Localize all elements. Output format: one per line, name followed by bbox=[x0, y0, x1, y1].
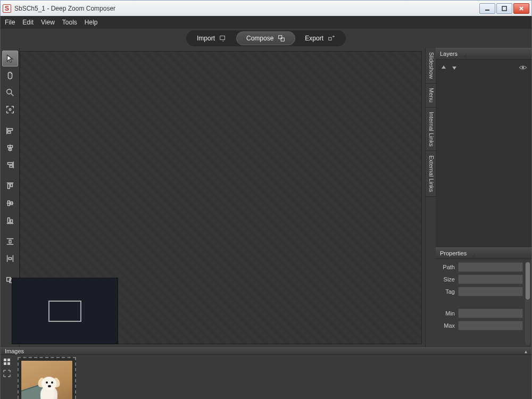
svg-rect-22 bbox=[10, 184, 12, 187]
prop-min-field[interactable] bbox=[458, 309, 523, 318]
prop-max-field[interactable] bbox=[458, 321, 523, 330]
distribute-v-tool[interactable] bbox=[2, 251, 18, 267]
align-right-tool[interactable] bbox=[2, 157, 18, 173]
align-bottom-tool[interactable] bbox=[2, 212, 18, 228]
images-panel-title: Images bbox=[5, 348, 24, 354]
svg-rect-13 bbox=[7, 131, 10, 134]
close-button[interactable] bbox=[513, 3, 529, 14]
images-panel: Images ▴ bbox=[0, 347, 532, 399]
align-center-h-tool[interactable] bbox=[2, 140, 18, 156]
prop-path-field[interactable] bbox=[458, 262, 523, 272]
minimize-button[interactable] bbox=[479, 3, 495, 14]
prop-size-field[interactable] bbox=[458, 275, 523, 284]
layers-panel-body bbox=[436, 60, 531, 247]
align-top-tool[interactable] bbox=[2, 178, 18, 194]
prop-tag-field[interactable] bbox=[458, 287, 523, 296]
tab-internal-links[interactable]: Internal Links bbox=[426, 107, 436, 151]
images-view-fit-icon[interactable] bbox=[3, 370, 11, 377]
prop-max-label: Max bbox=[438, 322, 455, 329]
pan-tool[interactable] bbox=[2, 68, 18, 84]
svg-rect-7 bbox=[329, 37, 331, 40]
svg-rect-38 bbox=[4, 359, 6, 361]
tab-menu[interactable]: Menu bbox=[426, 84, 436, 107]
images-view-grid-icon[interactable] bbox=[3, 358, 11, 365]
layer-move-up-icon[interactable] bbox=[440, 64, 447, 73]
svg-rect-18 bbox=[7, 163, 12, 165]
mode-import[interactable]: Import bbox=[187, 31, 236, 45]
window-title: SbSCh5_1 - Deep Zoom Composer bbox=[14, 5, 115, 12]
minimap[interactable] bbox=[12, 278, 118, 344]
window-titlebar: S SbSCh5_1 - Deep Zoom Composer bbox=[0, 0, 532, 16]
prop-path-label: Path bbox=[438, 264, 455, 270]
menu-tools[interactable]: Tools bbox=[62, 19, 77, 26]
svg-rect-4 bbox=[220, 36, 225, 40]
side-tabs: Slideshow Menu Internal Links External L… bbox=[425, 48, 436, 347]
svg-rect-5 bbox=[279, 36, 282, 39]
svg-rect-1 bbox=[502, 6, 506, 11]
select-tool[interactable] bbox=[2, 51, 18, 66]
mode-import-label: Import bbox=[197, 35, 215, 42]
svg-rect-31 bbox=[9, 240, 11, 243]
canvas-area[interactable] bbox=[20, 48, 425, 347]
distribute-h-tool[interactable] bbox=[2, 234, 18, 250]
svg-rect-34 bbox=[9, 257, 11, 260]
svg-rect-6 bbox=[281, 38, 284, 41]
menu-edit[interactable]: Edit bbox=[22, 19, 34, 26]
tab-slideshow[interactable]: Slideshow bbox=[426, 48, 436, 84]
svg-rect-27 bbox=[7, 218, 10, 223]
images-panel-collapse-icon[interactable]: ▴ bbox=[525, 348, 527, 354]
compose-icon bbox=[278, 35, 285, 42]
menu-file[interactable]: File bbox=[5, 19, 15, 26]
dog-thumbnail-preview bbox=[21, 361, 72, 399]
svg-point-8 bbox=[6, 89, 11, 94]
svg-rect-19 bbox=[10, 165, 12, 168]
svg-rect-41 bbox=[7, 362, 10, 365]
mode-export[interactable]: Export bbox=[295, 31, 345, 45]
prop-min-label: Min bbox=[438, 310, 455, 317]
svg-line-9 bbox=[11, 94, 13, 96]
mode-export-label: Export bbox=[305, 35, 323, 42]
images-strip bbox=[13, 355, 531, 399]
menu-view[interactable]: View bbox=[41, 19, 55, 26]
align-left-tool[interactable] bbox=[2, 123, 18, 139]
right-panels: Layers Pro bbox=[436, 48, 531, 347]
menu-help[interactable]: Help bbox=[85, 19, 98, 26]
layers-panel-header: Layers bbox=[436, 48, 531, 60]
svg-rect-35 bbox=[6, 278, 10, 281]
properties-scrollbar[interactable] bbox=[525, 261, 530, 345]
tab-external-links[interactable]: External Links bbox=[426, 151, 436, 197]
layers-panel-title: Layers bbox=[440, 51, 458, 57]
mode-compose[interactable]: Compose bbox=[236, 31, 295, 45]
menu-bar: File Edit View Tools Help bbox=[0, 16, 532, 29]
minimap-viewport[interactable] bbox=[48, 301, 81, 322]
svg-point-37 bbox=[522, 66, 524, 69]
svg-rect-40 bbox=[4, 362, 6, 365]
svg-rect-28 bbox=[10, 220, 12, 222]
image-thumbnail[interactable] bbox=[18, 357, 76, 399]
maximize-button[interactable] bbox=[496, 3, 512, 14]
properties-panel-header: Properties bbox=[436, 247, 531, 259]
export-icon bbox=[328, 35, 335, 42]
mode-compose-label: Compose bbox=[246, 35, 273, 42]
svg-rect-21 bbox=[7, 184, 10, 189]
align-center-v-tool[interactable] bbox=[2, 195, 18, 211]
svg-rect-39 bbox=[7, 359, 10, 361]
images-panel-header: Images ▴ bbox=[1, 347, 531, 355]
images-panel-tools bbox=[1, 355, 13, 399]
properties-panel-title: Properties bbox=[440, 250, 467, 256]
properties-scrollbar-thumb[interactable] bbox=[526, 262, 530, 300]
prop-tag-label: Tag bbox=[438, 288, 455, 295]
layer-visibility-icon[interactable] bbox=[519, 64, 527, 73]
import-icon bbox=[219, 35, 227, 42]
app-icon: S bbox=[3, 4, 11, 13]
svg-point-10 bbox=[9, 109, 11, 111]
zoom-tool[interactable] bbox=[2, 85, 18, 101]
prop-size-label: Size bbox=[438, 276, 455, 282]
svg-rect-12 bbox=[7, 129, 12, 131]
fit-tool[interactable] bbox=[2, 102, 18, 118]
mode-bar: Import Compose Export bbox=[0, 29, 532, 48]
properties-panel-body: Path Size Tag Min Max bbox=[436, 259, 531, 347]
layer-move-down-icon[interactable] bbox=[451, 64, 458, 73]
